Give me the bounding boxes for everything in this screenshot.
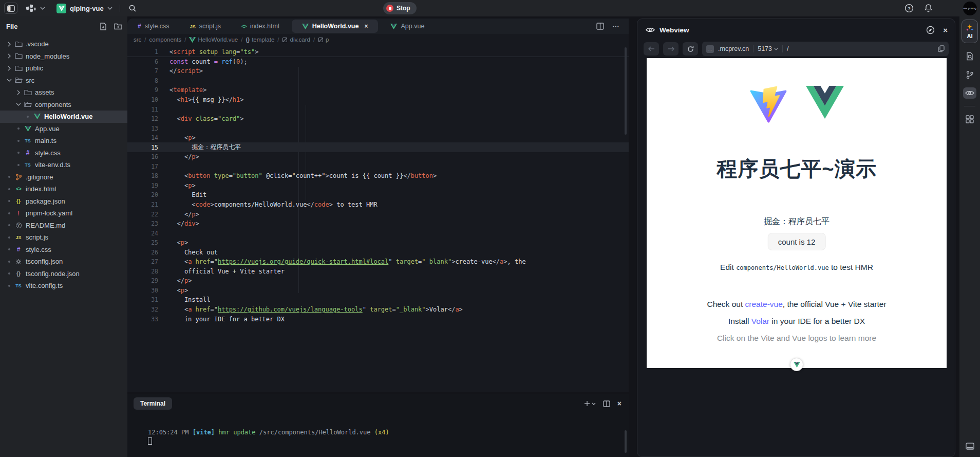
code-line-24[interactable]: 24 [127,228,629,238]
create-vue-link[interactable]: create-vue [745,300,783,308]
tree-item-src[interactable]: src [0,75,127,87]
open-in-browser-button[interactable] [926,26,935,34]
code-line-27[interactable]: 27 <a href="https://vuejs.org/guide/quic… [127,257,629,267]
split-terminal-button[interactable] [603,400,610,407]
tree-item-.gitignore[interactable]: .gitignore [0,171,127,184]
code-line-8[interactable]: 8 [127,76,629,86]
code-line-17[interactable]: 17 [127,162,629,172]
app-logo[interactable] [25,3,45,13]
code-line-21[interactable]: 21 <code>components/HelloWorld.vue</code… [127,200,629,210]
breadcrumb-item-HelloWorld.vue[interactable]: HelloWorld.vue [189,36,238,43]
tree-item-script.js[interactable]: JSscript.js [0,231,127,244]
notifications-button[interactable] [924,4,933,13]
breadcrumb-item-template[interactable]: {}template [246,36,274,43]
tree-item-pnpm-lock.yaml[interactable]: !pnpm-lock.yaml [0,207,127,220]
ai-assistant-button[interactable]: AI [962,20,978,43]
help-button[interactable]: ? [904,4,914,13]
tree-item-tsconfig.node.json[interactable]: {}tsconfig.node.json [0,268,127,280]
tab-index.html[interactable]: <>index.html [231,19,290,34]
code-line-33[interactable]: 33 in your IDE for a better DX [127,314,629,324]
tree-item-tsconfig.json[interactable]: tsconfig.json [0,255,127,268]
code-line-14[interactable]: 14 <p> [127,133,629,143]
code-line-25[interactable]: 25 <p> [127,238,629,248]
code-line-11[interactable]: 11 [127,104,629,114]
tab-HelloWorld.vue[interactable]: HelloWorld.vue× [292,20,379,33]
doc-search-button[interactable] [963,50,976,62]
terminal-output[interactable]: 12:05:24 PM [vite] hmr update /src/compo… [148,428,389,447]
tree-item-style.css[interactable]: #style.css [0,147,127,159]
split-editor-button[interactable] [596,23,604,30]
code-line-26[interactable]: 26 Check out [127,247,629,257]
tree-item-style.css[interactable]: #style.css [0,244,127,256]
forward-button[interactable] [663,42,679,56]
breadcrumb-item-div.card[interactable]: div.card [282,36,310,43]
close-terminal-button[interactable]: × [617,399,621,408]
terminal-tab[interactable]: Terminal [134,397,172,410]
code-line-9[interactable]: 9<template> [127,85,629,95]
code-line-19[interactable]: 19 <p> [127,181,629,191]
tree-item-.vscode[interactable]: .vscode [0,38,127,50]
close-tab-icon[interactable]: × [364,23,368,30]
code-line-31[interactable]: 31 Install [127,295,629,305]
more-actions-button[interactable]: ⋯ [612,22,620,30]
breadcrumb-item-components[interactable]: components [149,36,182,43]
terminal-scrollbar[interactable] [625,430,627,453]
new-file-button[interactable] [100,23,107,30]
tree-item-index.html[interactable]: <>index.html [0,183,127,195]
code-line-20[interactable]: 20 Edit [127,190,629,200]
volar-link[interactable]: Volar [751,317,769,325]
copy-url-button[interactable] [938,45,945,52]
new-folder-button[interactable] [114,23,122,30]
tree-item-assets[interactable]: assets [0,86,127,99]
stop-button[interactable]: Stop [383,2,417,14]
close-webview-button[interactable]: × [943,26,948,34]
tree-item-components[interactable]: components [0,99,127,111]
code-line-30[interactable]: 30 <p> [127,286,629,296]
toggle-panel-button[interactable] [963,441,976,452]
search-button[interactable] [128,4,137,12]
tree-item-package.json[interactable]: {}package.json [0,195,127,208]
breadcrumb-item-src[interactable]: src [134,36,141,43]
code-line-29[interactable]: 29 </p> [127,276,629,286]
url-port-select[interactable]: 5173 [758,45,778,52]
tab-style.css[interactable]: #style.css [127,19,180,34]
code-line-23[interactable]: 23 </div> [127,219,629,229]
source-control-button[interactable] [963,69,976,80]
vue-logo[interactable] [806,86,844,124]
code-line-32[interactable]: 32 <a href="https://github.com/vuejs/lan… [127,305,629,315]
new-terminal-button[interactable] [584,400,596,407]
vite-logo[interactable] [749,86,787,124]
refresh-button[interactable] [683,42,698,56]
tree-item-HelloWorld.vue[interactable]: HelloWorld.vue [0,111,127,123]
count-button[interactable]: count is 12 [768,233,826,250]
extensions-button[interactable] [963,114,976,125]
code-line-6[interactable]: 6const count = ref(0); [127,57,629,67]
tree-item-vite.config.ts[interactable]: TSvite.config.ts [0,280,127,292]
editor-scrollbar[interactable] [625,47,627,135]
code-editor[interactable]: 1<script setup lang="ts">6const count = … [127,45,629,392]
avatar[interactable]: we young [963,2,977,15]
tree-item-node_modules[interactable]: node_modules [0,50,127,63]
tree-item-App.vue[interactable]: App.vue [0,123,127,135]
back-button[interactable] [644,42,659,56]
code-line-18[interactable]: 18 <button type="button" @click="count++… [127,171,629,181]
tab-App.vue[interactable]: App.vue [380,19,435,34]
tree-item-public[interactable]: public [0,62,127,75]
code-line-1[interactable]: 1<script setup lang="ts"> [127,47,629,57]
webview-toggle-button[interactable] [963,87,976,99]
code-line-13[interactable]: 13 [127,123,629,133]
vue-devtools-fab[interactable] [790,358,803,371]
code-line-22[interactable]: 22 </p> [127,209,629,219]
code-line-16[interactable]: 16 </p> [127,152,629,162]
code-line-7[interactable]: 7</script> [127,66,629,76]
tree-item-vite-env.d.ts[interactable]: TSvite-env.d.ts [0,159,127,171]
sidebar-toggle-button[interactable] [4,3,17,14]
code-line-10[interactable]: 10 <h1>{{ msg }}</h1> [127,95,629,105]
tree-item-main.ts[interactable]: TSmain.ts [0,135,127,147]
code-line-28[interactable]: 28 official Vue + Vite starter [127,267,629,277]
tab-script.js[interactable]: JSscript.js [180,19,231,34]
code-line-12[interactable]: 12 <div class="card"> [127,114,629,124]
project-selector[interactable]: qiping-vue [56,4,112,13]
url-bar[interactable]: … .mcprev.cn 5173 / [702,42,949,56]
breadcrumb-item-p[interactable]: p [318,36,329,43]
